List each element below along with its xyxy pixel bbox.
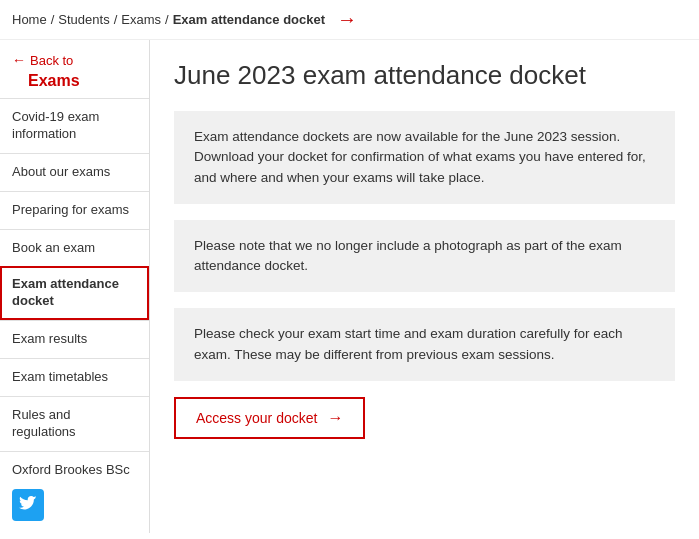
page-layout: ← Back to Exams Covid-19 exam informatio… <box>0 40 699 533</box>
sidebar-item-book[interactable]: Book an exam <box>0 229 149 267</box>
access-button-container: Access your docket → <box>174 397 675 439</box>
sidebar-item-about[interactable]: About our exams <box>0 153 149 191</box>
info-box-1: Exam attendance dockets are now availabl… <box>174 111 675 204</box>
sidebar-item-rules[interactable]: Rules and regulations <box>0 396 149 451</box>
twitter-icon[interactable] <box>12 489 44 521</box>
main-content: June 2023 exam attendance docket Exam at… <box>150 40 699 533</box>
back-to-label: Back to <box>30 53 73 68</box>
breadcrumb-exams[interactable]: Exams <box>121 12 161 27</box>
back-to-exams-link[interactable]: ← Back to Exams <box>0 40 149 98</box>
sidebar-item-results[interactable]: Exam results <box>0 320 149 358</box>
page-title: June 2023 exam attendance docket <box>174 60 675 91</box>
access-docket-button[interactable]: Access your docket → <box>174 397 365 439</box>
breadcrumb-current: Exam attendance docket <box>173 12 325 27</box>
sidebar-navigation: Covid-19 exam information About our exam… <box>0 98 149 489</box>
sidebar-item-docket[interactable]: Exam attendance docket <box>0 266 149 320</box>
breadcrumb-arrow-icon: → <box>337 8 357 31</box>
back-arrow-icon: ← <box>12 52 26 68</box>
breadcrumb-home[interactable]: Home <box>12 12 47 27</box>
access-button-label: Access your docket <box>196 410 317 426</box>
sidebar: ← Back to Exams Covid-19 exam informatio… <box>0 40 150 533</box>
back-section-label: Exams <box>28 72 80 90</box>
sidebar-item-preparing[interactable]: Preparing for exams <box>0 191 149 229</box>
access-button-arrow-icon: → <box>327 409 343 427</box>
sidebar-item-bsc[interactable]: Oxford Brookes BSc <box>0 451 149 489</box>
info-box-3: Please check your exam start time and ex… <box>174 308 675 381</box>
breadcrumb-students[interactable]: Students <box>58 12 109 27</box>
sidebar-item-timetables[interactable]: Exam timetables <box>0 358 149 396</box>
breadcrumb: Home / Students / Exams / Exam attendanc… <box>0 0 699 40</box>
sidebar-item-covid[interactable]: Covid-19 exam information <box>0 98 149 153</box>
info-box-2: Please note that we no longer include a … <box>174 220 675 293</box>
